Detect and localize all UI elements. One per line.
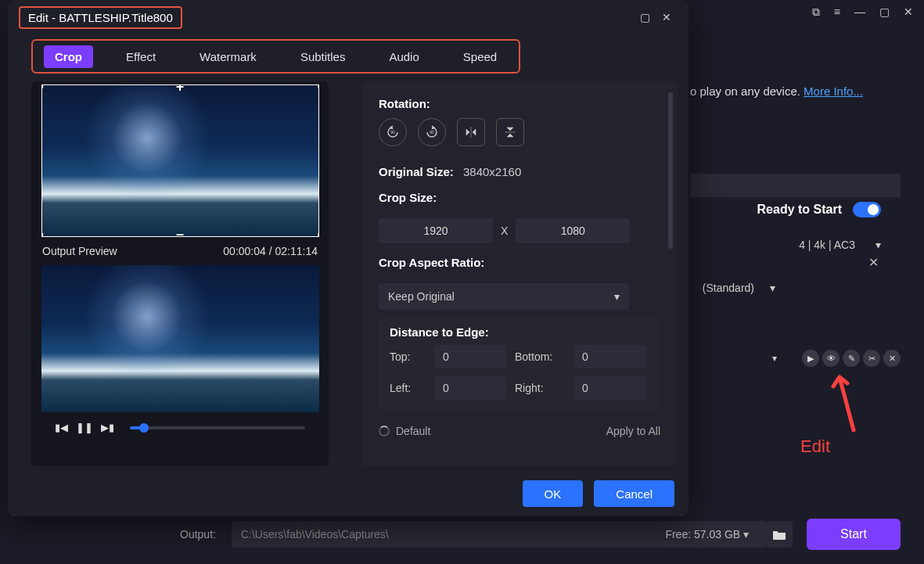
eye-icon[interactable]: 👁 <box>822 350 840 367</box>
seek-thumb[interactable] <box>139 423 149 433</box>
svg-text:90: 90 <box>430 130 434 135</box>
open-folder-button[interactable] <box>766 521 793 548</box>
start-button[interactable]: Start <box>807 519 901 550</box>
apply-to-all-button[interactable]: Apply to All <box>606 425 660 437</box>
modal-maximize-icon[interactable]: ▢ <box>634 6 656 28</box>
seek-bar[interactable] <box>130 426 305 429</box>
profile-dropdown-icon[interactable] <box>765 282 775 294</box>
maximize-icon[interactable]: ▢ <box>879 5 890 18</box>
crop-handle-bl[interactable]: ⌞ <box>41 224 47 237</box>
edge-right-input[interactable] <box>574 376 646 400</box>
crop-handle-tl[interactable]: ⌜ <box>41 84 47 98</box>
edge-left-input[interactable] <box>435 376 507 400</box>
rotate-cw-button[interactable]: 90 <box>418 118 446 146</box>
output-path-field[interactable]: C:\Users\fab\Videos\Captures\ Free: 57.0… <box>232 521 766 548</box>
cancel-button[interactable]: Cancel <box>594 480 674 507</box>
edge-bottom-input[interactable] <box>574 345 646 368</box>
crop-width-input[interactable] <box>379 218 493 243</box>
profile-text: (Standard) <box>703 282 754 294</box>
flip-horizontal-button[interactable] <box>457 118 485 146</box>
rotate-ccw-button[interactable]: 90 <box>379 118 407 146</box>
tab-effect[interactable]: Effect <box>115 45 167 68</box>
ok-button[interactable]: OK <box>523 480 584 507</box>
crop-preview[interactable]: ⌜ ⌝ ⌞ ⌟ + – <box>41 84 319 237</box>
edit-tabs: Crop Effect Watermark Subtitles Audio Sp… <box>31 39 520 74</box>
close-icon[interactable]: ✕ <box>904 5 913 18</box>
item-action-row: ▾ ▶ 👁 ✎ ✂ ✕ <box>772 350 901 367</box>
row-close-icon[interactable]: ✕ <box>868 255 879 270</box>
distance-to-edge-label: Distance to Edge: <box>390 325 649 339</box>
edit-callout-label: Edit <box>800 436 830 457</box>
settings-scrollbar[interactable] <box>668 92 673 249</box>
format-text: 4 | 4k | AC3 <box>799 239 855 251</box>
prev-frame-icon[interactable]: ▮◀ <box>55 422 68 433</box>
menu-icon[interactable]: ≡ <box>834 5 840 18</box>
callout-arrow <box>830 371 861 433</box>
output-preview-image <box>41 265 319 412</box>
tab-subtitles[interactable]: Subtitles <box>289 45 357 68</box>
aspect-ratio-select[interactable]: Keep Original ▾ <box>379 283 629 310</box>
pause-icon[interactable]: ❚❚ <box>76 422 93 433</box>
profile-row: (Standard) <box>703 282 775 294</box>
crop-handle-bottom[interactable]: – <box>176 226 184 237</box>
modal-close-icon[interactable]: ✕ <box>656 6 678 28</box>
default-label: Default <box>396 425 430 437</box>
play-icon[interactable]: ▶ <box>802 350 819 367</box>
ready-label: Ready to Start <box>757 203 842 217</box>
original-size-label: Original Size: <box>379 165 463 178</box>
format-dropdown-icon[interactable] <box>871 239 881 251</box>
size-separator: X <box>501 225 508 237</box>
app-titlebar: ⧉ ≡ — ▢ ✕ <box>801 0 924 23</box>
edge-top-input[interactable] <box>435 345 507 368</box>
flip-vertical-button[interactable] <box>496 118 524 146</box>
svg-text:90: 90 <box>390 130 395 135</box>
chevron-down-icon: ▾ <box>614 290 620 303</box>
preview-panel: ⌜ ⌝ ⌞ ⌟ + – Output Preview 00:00:04 / 02… <box>31 81 329 466</box>
crop-height-input[interactable] <box>516 218 630 243</box>
crop-handle-top[interactable]: + <box>176 84 185 95</box>
item-dropdown-icon[interactable]: ▾ <box>772 353 777 364</box>
edge-left-label: Left: <box>390 382 427 394</box>
minimize-icon[interactable]: — <box>854 5 865 18</box>
edge-right-label: Right: <box>515 382 566 394</box>
remove-icon[interactable]: ✕ <box>883 350 901 367</box>
info-fragment: o play on any device. <box>690 84 804 98</box>
tab-watermark[interactable]: Watermark <box>189 45 268 68</box>
gift-icon[interactable]: ⧉ <box>812 5 820 19</box>
reset-default-button[interactable]: Default <box>379 425 430 437</box>
more-info-link[interactable]: More Info... <box>804 84 863 98</box>
footer-bar: Output: C:\Users\fab\Videos\Captures\ Fr… <box>0 511 924 558</box>
output-path-text: C:\Users\fab\Videos\Captures\ <box>241 528 389 541</box>
time-display: 00:00:04 / 02:11:14 <box>223 245 318 257</box>
reset-icon <box>379 426 390 436</box>
crop-handle-tr[interactable]: ⌝ <box>314 84 319 98</box>
modal-footer: OK Cancel <box>8 471 689 516</box>
edit-icon[interactable]: ✎ <box>843 350 860 367</box>
bg-toolbar-strip <box>690 174 901 197</box>
modal-titlebar: Edit - BATTLESHIP.Title800 ▢ ✕ <box>8 0 689 34</box>
crop-handle-br[interactable]: ⌟ <box>314 224 319 237</box>
output-label: Output: <box>180 528 216 541</box>
free-space-label: Free: 57.03 GB ▾ <box>665 528 749 541</box>
edge-bottom-label: Bottom: <box>515 350 566 363</box>
scissors-icon[interactable]: ✂ <box>863 350 880 367</box>
ready-row: Ready to Start <box>757 202 881 217</box>
output-preview-label: Output Preview <box>42 245 117 257</box>
next-frame-icon[interactable]: ▶▮ <box>101 422 114 433</box>
player-controls: ▮◀ ❚❚ ▶▮ <box>41 412 319 436</box>
ready-toggle[interactable] <box>853 202 881 217</box>
edge-top-label: Top: <box>390 350 427 363</box>
crop-size-label: Crop Size: <box>379 191 660 204</box>
edit-modal: Edit - BATTLESHIP.Title800 ▢ ✕ Crop Effe… <box>8 0 689 516</box>
format-row: 4 | 4k | AC3 <box>799 239 881 251</box>
tab-crop[interactable]: Crop <box>44 45 93 68</box>
info-text: o play on any device. More Info... <box>690 84 863 98</box>
aspect-ratio-label: Crop Aspect Ratio: <box>379 256 660 269</box>
crop-settings-panel: Rotation: 90 90 Original Size: 3840x2160… <box>361 81 678 466</box>
original-size-value: 3840x2160 <box>463 165 521 178</box>
tab-audio[interactable]: Audio <box>378 45 430 68</box>
modal-title: Edit - BATTLESHIP.Title800 <box>19 6 182 29</box>
tab-speed[interactable]: Speed <box>452 45 508 68</box>
aspect-ratio-value: Keep Original <box>388 290 455 303</box>
rotation-label: Rotation: <box>379 97 660 110</box>
